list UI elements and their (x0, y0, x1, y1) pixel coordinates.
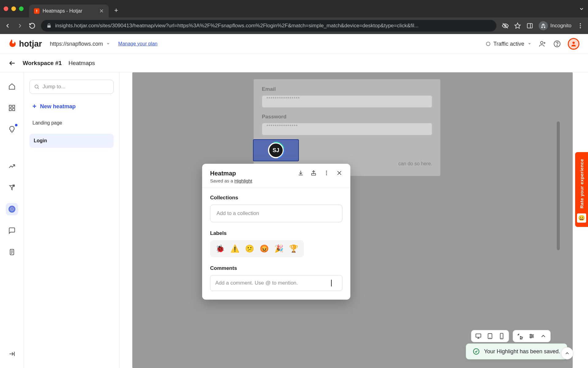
help-icon[interactable] (553, 40, 561, 48)
chevron-up-icon[interactable] (540, 333, 547, 339)
device-group (471, 330, 509, 342)
plus-icon: + (32, 102, 36, 110)
svg-rect-40 (476, 334, 481, 337)
incognito-icon (539, 21, 548, 30)
more-icon[interactable] (323, 170, 330, 176)
download-icon[interactable] (298, 170, 304, 176)
rail-feedback-icon[interactable] (6, 224, 18, 237)
section-label: Landing page (29, 119, 114, 127)
check-circle-icon (473, 348, 480, 355)
svg-rect-18 (13, 105, 15, 107)
collections-input[interactable]: Add to a collection (210, 205, 342, 222)
nav-back-icon[interactable] (4, 22, 11, 29)
scrollbar-thumb[interactable] (557, 121, 560, 250)
url-text: insights.hotjar.com/sites/3090413/heatma… (55, 23, 419, 29)
label-party[interactable]: 🎉 (274, 244, 284, 253)
site-selector[interactable]: https://snapflows.com (50, 41, 110, 47)
reload-icon[interactable] (29, 22, 36, 29)
rail-expand-icon[interactable] (6, 348, 18, 360)
label-confused[interactable]: 😕 (245, 244, 254, 253)
highlight-author-avatar: SJ (268, 142, 284, 158)
back-arrow-icon[interactable] (9, 59, 16, 67)
new-heatmap-button[interactable]: + New heatmap (29, 101, 114, 112)
workspace-name[interactable]: Workspace #1 (23, 60, 62, 67)
highlight-selection[interactable]: SJ (253, 139, 299, 161)
rail-highlights-icon[interactable] (6, 123, 18, 136)
new-tab-button[interactable]: + (114, 6, 118, 14)
svg-marker-2 (515, 23, 520, 28)
tab-title: Heatmaps - Hotjar (43, 8, 82, 14)
tablet-icon[interactable] (487, 333, 493, 339)
jump-to-input[interactable]: Jump to... (29, 80, 114, 94)
password-label: Password (262, 114, 432, 120)
search-icon (34, 84, 40, 90)
user-icon (570, 40, 577, 47)
hotjar-logo[interactable]: hotjar (9, 39, 42, 49)
svg-point-50 (530, 334, 531, 335)
label-warning[interactable]: ⚠️ (230, 244, 239, 253)
email-label: Email (262, 86, 432, 92)
svg-point-15 (572, 42, 575, 44)
email-field: **************** (262, 95, 432, 108)
manage-plan-link[interactable]: Manage your plan (118, 41, 157, 47)
label-trophy[interactable]: 🏆 (289, 244, 298, 253)
settings-icon[interactable] (528, 333, 535, 339)
avatar-ring-icon (264, 139, 288, 162)
mobile-icon[interactable] (498, 333, 505, 339)
window-minimize[interactable] (11, 6, 16, 11)
desktop-icon[interactable] (475, 333, 482, 339)
user-avatar[interactable] (568, 38, 579, 50)
svg-point-6 (580, 25, 581, 26)
svg-marker-9 (528, 43, 531, 45)
main-content: Jump to... + New heatmap Landing page Lo… (0, 72, 588, 368)
svg-line-32 (38, 88, 39, 89)
browser-tab[interactable]: Heatmaps - Hotjar ✕ (29, 5, 109, 17)
svg-point-51 (532, 335, 533, 337)
incognito-label: Incognito (550, 23, 571, 29)
new-heatmap-label: New heatmap (40, 103, 76, 110)
rail-dashboard-icon[interactable] (6, 102, 18, 114)
comment-placeholder: Add a comment. Use @ to mention. (215, 280, 298, 286)
tab-close-icon[interactable]: ✕ (99, 8, 104, 14)
heatmap-viewport[interactable]: Email **************** Password ********… (132, 72, 573, 368)
popover-title: Heatmap (210, 170, 298, 177)
window-maximize[interactable] (19, 6, 24, 11)
share-icon[interactable] (311, 170, 317, 176)
page-item-login[interactable]: Login (29, 134, 114, 148)
comment-input[interactable]: Add a comment. Use @ to mention. (210, 275, 342, 291)
traffic-status[interactable]: Traffic active (486, 41, 532, 47)
star-icon[interactable] (514, 22, 521, 29)
svg-point-36 (326, 172, 327, 173)
rail-surveys-icon[interactable] (6, 246, 18, 258)
scroll-top-button[interactable] (561, 347, 573, 359)
url-bar[interactable]: insights.hotjar.com/sites/3090413/heatma… (41, 20, 496, 32)
rail-funnels-icon[interactable] (6, 182, 18, 194)
window-close[interactable] (4, 6, 8, 11)
page-item-label: Login (34, 138, 47, 143)
browser-action-icons: Incognito (502, 21, 584, 30)
label-bug[interactable]: 🐞 (216, 244, 225, 253)
rail-home-icon[interactable] (6, 80, 18, 93)
tabs-overflow-icon[interactable] (579, 6, 584, 12)
incognito-indicator[interactable]: Incognito (539, 21, 571, 30)
svg-rect-20 (13, 109, 15, 111)
rail-trends-icon[interactable] (6, 160, 18, 172)
text-cursor (331, 280, 332, 286)
click-icon[interactable] (517, 333, 523, 339)
eye-off-icon[interactable] (502, 22, 509, 29)
panel-icon[interactable] (526, 22, 533, 29)
jump-to-placeholder: Jump to... (43, 84, 66, 90)
close-icon[interactable] (336, 170, 342, 176)
label-angry[interactable]: 😡 (260, 244, 269, 253)
rail-heatmaps-icon[interactable] (6, 203, 18, 215)
window-controls (4, 6, 24, 11)
invite-user-icon[interactable] (538, 40, 546, 48)
highlight-link[interactable]: Highlight (234, 178, 252, 183)
svg-point-35 (326, 171, 327, 172)
kebab-menu-icon[interactable] (577, 22, 584, 29)
feedback-tab[interactable]: Rate your experience 😀 (575, 152, 588, 227)
svg-point-52 (530, 337, 531, 338)
svg-rect-19 (9, 109, 11, 111)
toast-notification: Your Highlight has been saved. (466, 343, 567, 359)
chevron-up-icon (564, 351, 570, 356)
